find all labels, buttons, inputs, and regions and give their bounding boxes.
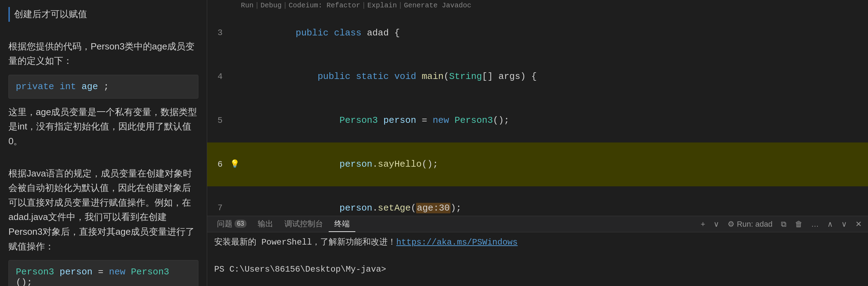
line-5-content: Person3 person = new Person3();	[241, 99, 868, 143]
para3-text: 根据Java语言的规定，成员变量在创建对象时会被自动初始化为默认值，因此在创建对…	[8, 166, 198, 254]
explain-link[interactable]: Explain	[367, 0, 397, 11]
tab-output-label: 输出	[258, 219, 273, 229]
add-terminal-button[interactable]: +	[698, 218, 707, 230]
code-line-4: 4 public static void main(String[] args)…	[207, 55, 868, 99]
terminal-line-2	[214, 249, 861, 262]
tab-problems-label: 问题	[217, 219, 232, 229]
gear-icon: ⚙	[728, 220, 735, 228]
tab-problems[interactable]: 问题 63	[211, 216, 252, 232]
debug-link[interactable]: Debug	[261, 0, 282, 11]
tab-debug-console[interactable]: 调试控制台	[279, 216, 329, 232]
line-3-content: public class adad {	[241, 11, 868, 55]
line-6-content: person.sayHello();	[241, 142, 868, 186]
line-num-6: 6	[207, 158, 228, 171]
bulb-icon[interactable]: 💡	[230, 158, 239, 171]
ellipsis-button[interactable]: …	[809, 218, 821, 230]
param-highlight-age: age:30	[416, 203, 451, 213]
tab-terminal[interactable]: 终端	[329, 216, 355, 232]
right-panel: Run | Debug | Codeium: Refactor | Explai…	[207, 0, 868, 286]
run-adad-label: Run: adad	[737, 220, 772, 228]
trash-button[interactable]: 🗑	[793, 218, 805, 230]
code-line-person3-new: Person3 person = new Person3 ();	[16, 267, 191, 286]
gutter-6: 💡	[228, 158, 241, 171]
para1-text: 根据您提供的代码，Person3类中的age成员变量的定义如下：	[8, 39, 198, 68]
refactor-link[interactable]: Codeium: Refactor	[289, 0, 360, 11]
terminal-prompt-text: PS C:\Users\86156\Desktop\My-java>	[214, 265, 386, 274]
code-line-7: 7 person.setAge(age:30);	[207, 186, 868, 216]
line-4-content: public static void main(String[] args) {	[241, 55, 868, 99]
run-label-area: ⚙ Run: adad	[725, 218, 775, 230]
run-link[interactable]: Run	[241, 0, 254, 11]
code-line-6: 6 💡 person.sayHello();	[207, 142, 868, 186]
tab-debug-label: 调试控制台	[284, 219, 323, 229]
problems-badge: 63	[235, 220, 246, 228]
run-debug-annotation: Run | Debug | Codeium: Refactor | Explai…	[207, 0, 868, 11]
chevron-down-button[interactable]: ∨	[711, 218, 721, 230]
line-num-7: 7	[207, 201, 228, 215]
para2-text: 这里，age成员变量是一个私有变量，数据类型是int，没有指定初始化值，因此使用…	[8, 105, 198, 149]
line-7-content: person.setAge(age:30);	[241, 186, 868, 216]
code-line-3: 3 public class adad {	[207, 11, 868, 55]
code-semicolon: ;	[104, 81, 109, 92]
code-line-5: 5 Person3 person = new Person3();	[207, 99, 868, 143]
line-num-3: 3	[207, 26, 228, 40]
terminal-content: 安装最新的 PowerShell，了解新功能和改进！https://aka.ms…	[207, 232, 868, 286]
split-terminal-button[interactable]: ⧉	[779, 218, 789, 230]
code-block-1: private int age ;	[8, 75, 198, 99]
terminal-text-1: 安装最新的 PowerShell，了解新功能和改进！	[214, 238, 396, 247]
code-keyword-private: private	[16, 81, 54, 92]
expand-down-button[interactable]: ∨	[839, 218, 849, 230]
panel-actions: + ∨ ⚙ Run: adad ⧉ 🗑 … ∧ ∨ ✕	[698, 218, 864, 230]
code-var-age: age	[81, 81, 98, 92]
panel-tabs-bar: 问题 63 输出 调试控制台 终端 + ∨ ⚙ Run: adad ⧉ 🗑	[207, 216, 868, 232]
editor-area: Run | Debug | Codeium: Refactor | Explai…	[207, 0, 868, 216]
terminal-prompt[interactable]: PS C:\Users\86156\Desktop\My-java>	[214, 263, 861, 276]
code-editor: Run | Debug | Codeium: Refactor | Explai…	[207, 0, 868, 216]
close-panel-button[interactable]: ✕	[853, 218, 864, 230]
collapse-up-button[interactable]: ∧	[825, 218, 835, 230]
bottom-panel: 问题 63 输出 调试控制台 终端 + ∨ ⚙ Run: adad ⧉ 🗑	[207, 216, 868, 286]
terminal-link-1[interactable]: https://aka.ms/PSWindows	[396, 238, 518, 247]
generate-javadoc-link[interactable]: Generate Javadoc	[404, 0, 471, 11]
code-block-2: Person3 person = new Person3 (); person …	[8, 260, 198, 286]
line-num-4: 4	[207, 70, 228, 84]
tab-output[interactable]: 输出	[252, 216, 279, 232]
tab-terminal-label: 终端	[334, 219, 350, 229]
left-panel: 创建后才可以赋值 根据您提供的代码，Person3类中的age成员变量的定义如下…	[0, 0, 207, 286]
terminal-line-1: 安装最新的 PowerShell，了解新功能和改进！https://aka.ms…	[214, 236, 861, 249]
code-keyword-int: int	[60, 81, 76, 92]
line-num-5: 5	[207, 114, 228, 127]
title-text: 创建后才可以赋值	[14, 7, 198, 22]
